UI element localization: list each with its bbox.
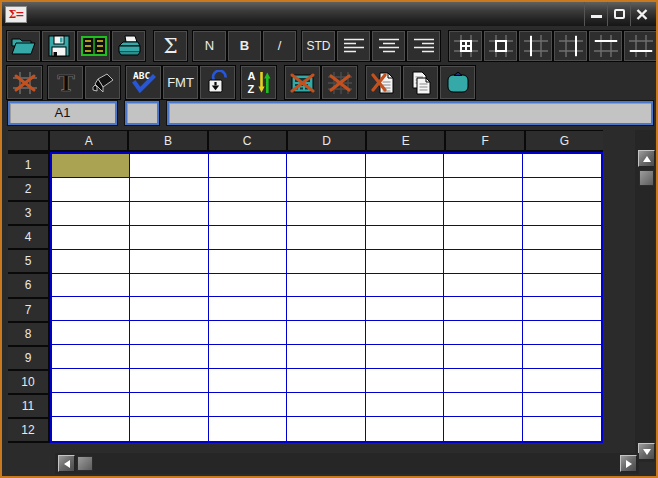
cell-F4[interactable] bbox=[444, 226, 522, 250]
cell-A9[interactable] bbox=[52, 345, 130, 369]
sheet-button[interactable] bbox=[77, 31, 110, 61]
normal-style-button[interactable]: N bbox=[193, 31, 226, 61]
maximize-button[interactable] bbox=[607, 2, 630, 26]
cell-D2[interactable] bbox=[287, 178, 365, 202]
close-button[interactable] bbox=[630, 2, 653, 26]
cell-B7[interactable] bbox=[130, 297, 208, 321]
save-button[interactable] bbox=[42, 31, 75, 61]
print-button[interactable] bbox=[112, 31, 145, 61]
row-header-4[interactable]: 4 bbox=[8, 226, 48, 248]
cell-E6[interactable] bbox=[366, 274, 444, 298]
cell-F2[interactable] bbox=[444, 178, 522, 202]
italic-button[interactable]: / bbox=[263, 31, 296, 61]
cell-E4[interactable] bbox=[366, 226, 444, 250]
cell-C9[interactable] bbox=[209, 345, 287, 369]
row-header-2[interactable]: 2 bbox=[8, 178, 48, 200]
column-header-A[interactable]: A bbox=[50, 131, 127, 150]
cell-D11[interactable] bbox=[287, 393, 365, 417]
cell-D10[interactable] bbox=[287, 369, 365, 393]
cell-A2[interactable] bbox=[52, 178, 130, 202]
bold-button[interactable]: B bbox=[228, 31, 261, 61]
cell-C7[interactable] bbox=[209, 297, 287, 321]
selection-indicator-box[interactable] bbox=[125, 101, 159, 125]
column-header-D[interactable]: D bbox=[288, 131, 365, 150]
row-header-11[interactable]: 11 bbox=[8, 395, 48, 417]
cell-C8[interactable] bbox=[209, 321, 287, 345]
clear-grid-button[interactable] bbox=[322, 66, 357, 99]
cell-D6[interactable] bbox=[287, 274, 365, 298]
cell-G4[interactable] bbox=[523, 226, 601, 250]
cell-A3[interactable] bbox=[52, 202, 130, 226]
cell-F7[interactable] bbox=[444, 297, 522, 321]
cell-B3[interactable] bbox=[130, 202, 208, 226]
row-header-9[interactable]: 9 bbox=[8, 347, 48, 369]
cell-C11[interactable] bbox=[209, 393, 287, 417]
border-outline-button[interactable] bbox=[484, 31, 517, 61]
align-center-button[interactable] bbox=[372, 31, 405, 61]
border-all-button[interactable] bbox=[449, 31, 482, 61]
cell-E8[interactable] bbox=[366, 321, 444, 345]
cell-A4[interactable] bbox=[52, 226, 130, 250]
cell-B10[interactable] bbox=[130, 369, 208, 393]
scroll-right-button[interactable] bbox=[620, 455, 637, 472]
cell-G5[interactable] bbox=[523, 250, 601, 274]
fill-color-button[interactable] bbox=[85, 66, 120, 99]
cell-C3[interactable] bbox=[209, 202, 287, 226]
cell-A1[interactable] bbox=[52, 154, 130, 178]
cell-B5[interactable] bbox=[130, 250, 208, 274]
cell-D5[interactable] bbox=[287, 250, 365, 274]
cell-C4[interactable] bbox=[209, 226, 287, 250]
cell-E11[interactable] bbox=[366, 393, 444, 417]
row-header-7[interactable]: 7 bbox=[8, 299, 48, 321]
cell-A12[interactable] bbox=[52, 417, 130, 441]
row-header-5[interactable]: 5 bbox=[8, 250, 48, 272]
cell-G9[interactable] bbox=[523, 345, 601, 369]
scroll-left-button[interactable] bbox=[58, 455, 75, 472]
minimize-button[interactable] bbox=[584, 2, 607, 26]
cell-A11[interactable] bbox=[52, 393, 130, 417]
horizontal-scrollbar[interactable] bbox=[55, 453, 639, 474]
column-header-B[interactable]: B bbox=[129, 131, 206, 150]
paste-button[interactable] bbox=[440, 66, 475, 99]
cell-B4[interactable] bbox=[130, 226, 208, 250]
cell-B8[interactable] bbox=[130, 321, 208, 345]
cell-G1[interactable] bbox=[523, 154, 601, 178]
cell-G10[interactable] bbox=[523, 369, 601, 393]
cell-D3[interactable] bbox=[287, 202, 365, 226]
border-top-button[interactable] bbox=[589, 31, 622, 61]
row-header-12[interactable]: 12 bbox=[8, 419, 48, 441]
cell-G12[interactable] bbox=[523, 417, 601, 441]
formula-input[interactable] bbox=[167, 101, 653, 125]
cell-B1[interactable] bbox=[130, 154, 208, 178]
cell-E7[interactable] bbox=[366, 297, 444, 321]
row-header-6[interactable]: 6 bbox=[8, 274, 48, 296]
vertical-scroll-thumb[interactable] bbox=[639, 170, 654, 186]
cell-C6[interactable] bbox=[209, 274, 287, 298]
text-color-button[interactable]: T bbox=[48, 66, 83, 99]
column-header-C[interactable]: C bbox=[209, 131, 286, 150]
cell-G2[interactable] bbox=[523, 178, 601, 202]
cell-D1[interactable] bbox=[287, 154, 365, 178]
border-left-button[interactable] bbox=[519, 31, 552, 61]
cell-A6[interactable] bbox=[52, 274, 130, 298]
select-all-corner[interactable] bbox=[8, 131, 48, 150]
cell-F6[interactable] bbox=[444, 274, 522, 298]
column-header-E[interactable]: E bbox=[367, 131, 444, 150]
cell-B9[interactable] bbox=[130, 345, 208, 369]
cell-reference-box[interactable]: A1 bbox=[8, 101, 117, 125]
horizontal-scroll-thumb[interactable] bbox=[77, 456, 93, 471]
standard-format-button[interactable]: STD bbox=[302, 31, 335, 61]
cell-E9[interactable] bbox=[366, 345, 444, 369]
cell-G11[interactable] bbox=[523, 393, 601, 417]
cell-C1[interactable] bbox=[209, 154, 287, 178]
column-header-G[interactable]: G bbox=[526, 131, 603, 150]
cell-E3[interactable] bbox=[366, 202, 444, 226]
cell-F10[interactable] bbox=[444, 369, 522, 393]
cell-E10[interactable] bbox=[366, 369, 444, 393]
cell-C5[interactable] bbox=[209, 250, 287, 274]
cell-B12[interactable] bbox=[130, 417, 208, 441]
cell-G8[interactable] bbox=[523, 321, 601, 345]
cell-E1[interactable] bbox=[366, 154, 444, 178]
cell-A5[interactable] bbox=[52, 250, 130, 274]
row-header-1[interactable]: 1 bbox=[8, 154, 48, 176]
